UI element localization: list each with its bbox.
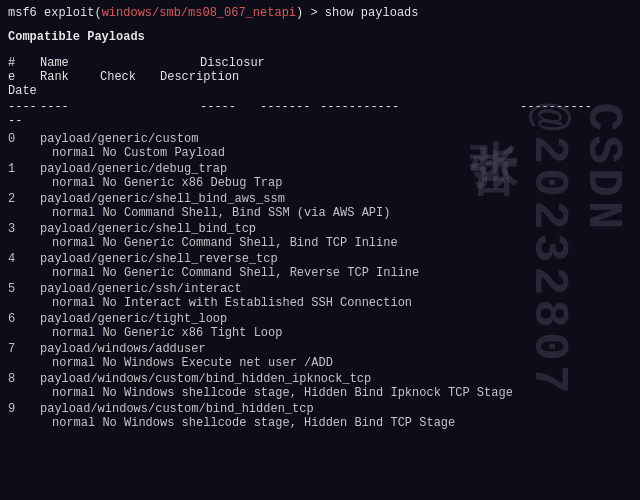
row-num: 0 xyxy=(8,132,40,160)
table-divider: ------ ---- ----- ------- ----------- --… xyxy=(8,100,632,128)
row-num: 6 xyxy=(8,312,40,340)
msf-prefix: msf6 exploit( xyxy=(8,6,102,20)
payload-info: normal No Windows shellcode stage, Hidde… xyxy=(40,416,632,430)
payload-info: normal No Windows Execute net user /ADD xyxy=(40,356,632,370)
table-row: 4payload/generic/shell_reverse_tcpnormal… xyxy=(8,252,632,280)
col-header-edate: e Date xyxy=(8,70,40,98)
payload-path: payload/generic/shell_bind_aws_ssm xyxy=(40,192,632,206)
row-num: 9 xyxy=(8,402,40,430)
payload-info: normal No Generic Command Shell, Bind TC… xyxy=(40,236,632,250)
col-header-desc: Description xyxy=(160,70,360,98)
msf-module: windows/smb/ms08_067_netapi xyxy=(102,6,296,20)
row-num: 7 xyxy=(8,342,40,370)
table-header-row1: # Name Disclosur xyxy=(8,56,632,70)
payload-path: payload/windows/adduser xyxy=(40,342,632,356)
payload-path: payload/generic/shell_bind_tcp xyxy=(40,222,632,236)
payload-path: payload/generic/ssh/interact xyxy=(40,282,632,296)
table-row: 9payload/windows/custom/bind_hidden_tcpn… xyxy=(8,402,632,430)
payload-path: payload/windows/custom/bind_hidden_ipkno… xyxy=(40,372,632,386)
row-num: 2 xyxy=(8,192,40,220)
col-header-num: # xyxy=(8,56,40,70)
terminal-window: msf6 exploit( windows/smb/ms08_067_netap… xyxy=(0,0,640,500)
row-num: 8 xyxy=(8,372,40,400)
table-row: 5payload/generic/ssh/interactnormal No I… xyxy=(8,282,632,310)
div-check: ------- xyxy=(260,100,320,128)
div-rank: ----- xyxy=(200,100,260,128)
payload-path: payload/generic/shell_reverse_tcp xyxy=(40,252,632,266)
table-row: 7payload/windows/addusernormal No Window… xyxy=(8,342,632,370)
col-header-disc: Disclosur xyxy=(200,56,632,70)
payload-info: normal No Windows shellcode stage, Hidde… xyxy=(40,386,632,400)
payload-path: payload/generic/tight_loop xyxy=(40,312,632,326)
col-header-check: Check xyxy=(100,70,160,98)
div-num: ------ xyxy=(8,100,40,128)
table-header-row2: e Date Rank Check Description xyxy=(8,70,632,98)
payload-info: normal No Generic x86 Tight Loop xyxy=(40,326,632,340)
table-row: 6payload/generic/tight_loopnormal No Gen… xyxy=(8,312,632,340)
table-row: 0payload/generic/customnormal No Custom … xyxy=(8,132,632,160)
div-disc: ---------- xyxy=(520,100,592,128)
payload-info: normal No Generic x86 Debug Trap xyxy=(40,176,632,190)
col-header-name: Name xyxy=(40,56,200,70)
row-num: 4 xyxy=(8,252,40,280)
msf-suffix: ) > show payloads xyxy=(296,6,418,20)
row-num: 5 xyxy=(8,282,40,310)
payload-info: normal No Custom Payload xyxy=(40,146,632,160)
table-row: 2payload/generic/shell_bind_aws_ssmnorma… xyxy=(8,192,632,220)
row-num: 3 xyxy=(8,222,40,250)
table-row: 3payload/generic/shell_bind_tcpnormal No… xyxy=(8,222,632,250)
prompt-line: msf6 exploit( windows/smb/ms08_067_netap… xyxy=(8,6,632,20)
payload-path: payload/windows/custom/bind_hidden_tcp xyxy=(40,402,632,416)
div-desc: ----------- xyxy=(320,100,520,128)
div-name: ---- xyxy=(40,100,200,128)
col-header-rank: Rank xyxy=(40,70,100,98)
table-row: 8payload/windows/custom/bind_hidden_ipkn… xyxy=(8,372,632,400)
table-row: 1payload/generic/debug_trapnormal No Gen… xyxy=(8,162,632,190)
payload-list: 0payload/generic/customnormal No Custom … xyxy=(8,132,632,430)
payload-path: payload/generic/debug_trap xyxy=(40,162,632,176)
section-title: Compatible Payloads xyxy=(8,30,632,44)
payload-path: payload/generic/custom xyxy=(40,132,632,146)
payload-info: normal No Command Shell, Bind SSM (via A… xyxy=(40,206,632,220)
payload-info: normal No Generic Command Shell, Reverse… xyxy=(40,266,632,280)
payload-info: normal No Interact with Established SSH … xyxy=(40,296,632,310)
row-num: 1 xyxy=(8,162,40,190)
